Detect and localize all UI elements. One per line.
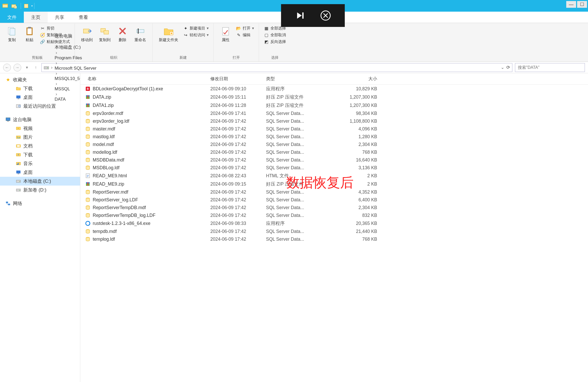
breadcrumb-segment[interactable]: Microsoft SQL Server — [55, 66, 117, 71]
breadcrumb-segment[interactable]: 本地磁盘 (C:) — [55, 44, 117, 50]
rename-button[interactable]: 重命名 — [133, 25, 148, 43]
file-name: ReportServer.mdf — [93, 189, 128, 195]
file-name: READ_ME9.zip — [93, 181, 124, 187]
col-size[interactable]: 大小 — [321, 73, 383, 84]
nav-network[interactable]: 网络 — [0, 199, 80, 208]
breadcrumb-segment[interactable]: 这台电脑 — [55, 33, 117, 39]
nav-item[interactable]: 桌面 — [0, 168, 80, 177]
easy-access-button[interactable]: ↪轻松访问▾ — [183, 32, 209, 38]
nav-item[interactable]: 最近访问的位置 — [0, 102, 80, 111]
nav-item[interactable]: 文档 — [0, 142, 80, 150]
file-size: 1,108,800 KB — [321, 117, 383, 125]
tab-file[interactable]: 文件 — [0, 12, 24, 23]
svg-rect-10 — [27, 28, 32, 34]
back-button[interactable]: ← — [3, 64, 11, 71]
col-name[interactable]: 名称 — [80, 73, 207, 84]
file-row[interactable]: ReportServer_log.LDF2024-06-09 17:42SQL … — [80, 196, 588, 204]
col-type[interactable]: 类型 — [263, 73, 321, 84]
qat-item-icon[interactable] — [23, 2, 30, 10]
tab-share[interactable]: 共享 — [48, 12, 71, 23]
chevron-right-icon[interactable]: › — [55, 61, 58, 65]
file-row[interactable]: modellog.ldf2024-06-09 17:42SQL Server D… — [80, 148, 588, 156]
nav-item[interactable]: 图片 — [0, 133, 80, 142]
file-row[interactable]: ReportServerTempDB.mdf2024-06-09 17:42SQ… — [80, 204, 588, 211]
paste-button[interactable]: 粘贴 — [22, 25, 37, 43]
file-icon — [85, 157, 91, 163]
file-row[interactable]: MSDBLog.ldf2024-06-09 17:42SQL Server Da… — [80, 164, 588, 172]
address-bar[interactable]: › 这台电脑›本地磁盘 (C:)›Program Files›Microsoft… — [41, 63, 512, 72]
file-row[interactable]: erpv3order_log.ldf2024-06-09 17:42SQL Se… — [80, 117, 588, 125]
minimize-button[interactable]: — — [566, 1, 576, 8]
address-dropdown-icon[interactable]: ⌄ — [501, 65, 504, 70]
select-none-button[interactable]: ▢全部取消 — [264, 32, 286, 38]
file-row[interactable]: model.mdf2024-06-09 17:42SQL Server Data… — [80, 141, 588, 148]
maximize-button[interactable]: ☐ — [577, 1, 587, 8]
file-row[interactable]: MSDBData.mdf2024-06-09 17:42SQL Server D… — [80, 156, 588, 164]
file-row[interactable]: READ_ME9.zip2024-06-09 09:15好压 ZIP 压缩文件2… — [80, 180, 588, 188]
tab-home[interactable]: 主页 — [24, 12, 48, 23]
refresh-button[interactable]: ⟳ — [506, 65, 510, 70]
new-item-button[interactable]: ✦新建项目▾ — [183, 26, 209, 31]
file-row[interactable]: ReportServer.mdf2024-06-09 17:42SQL Serv… — [80, 188, 588, 196]
file-size: 768 KB — [321, 236, 383, 243]
svg-point-20 — [47, 67, 48, 68]
qat-new-folder-icon[interactable] — [10, 2, 18, 10]
nav-favorites[interactable]: ★ 收藏夹 — [0, 75, 80, 84]
nav-item[interactable]: 音乐 — [0, 159, 80, 168]
nav-item[interactable]: 视频 — [0, 124, 80, 133]
file-row[interactable]: BBDLockerGogaDecryptTool (1).exe2024-06-… — [80, 85, 588, 93]
file-row[interactable]: ReportServerTempDB_log.LDF2024-06-09 17:… — [80, 211, 588, 219]
nav-item[interactable]: 下载 — [0, 84, 80, 93]
search-input[interactable] — [515, 63, 585, 72]
file-row[interactable]: tempdb.mdf2024-06-09 17:42SQL Server Dat… — [80, 227, 588, 235]
recent-locations-button[interactable]: ▾ — [24, 64, 30, 71]
file-row[interactable]: rustdesk-1.2.3-1-x86_64.exe2024-06-09 08… — [80, 219, 588, 227]
file-icon — [85, 102, 91, 108]
properties-button[interactable]: 属性 — [218, 25, 233, 43]
file-icon — [85, 205, 91, 210]
chevron-right-icon[interactable]: › — [55, 50, 58, 55]
invert-selection-button[interactable]: ◩反向选择 — [264, 39, 286, 44]
copy-button[interactable]: 复制 — [5, 25, 19, 43]
close-overlay-button[interactable] — [320, 10, 332, 21]
file-row[interactable]: DATA.zip2024-06-09 15:11好压 ZIP 压缩文件1,207… — [80, 93, 588, 101]
chevron-right-icon[interactable]: › — [50, 65, 54, 70]
tab-view[interactable]: 查看 — [71, 12, 95, 23]
nav-item[interactable]: 本地磁盘 (C:) — [0, 177, 80, 186]
nav-item[interactable]: 下载 — [0, 150, 80, 159]
svg-rect-46 — [87, 95, 88, 99]
forward-button[interactable]: → — [13, 64, 21, 71]
nav-item[interactable]: 桌面 — [0, 93, 80, 102]
file-row[interactable]: master.mdf2024-06-09 17:42SQL Server Dat… — [80, 125, 588, 133]
file-row[interactable]: READ_ME9.html2024-06-08 22:43HTML 文件2 KB — [80, 172, 588, 180]
file-row[interactable]: DATA1.zip2024-06-09 11:28好压 ZIP 压缩文件1,20… — [80, 101, 588, 109]
play-next-button[interactable] — [294, 10, 306, 21]
file-size: 4,352 KB — [321, 188, 383, 196]
file-row[interactable]: templog.ldf2024-06-09 17:42SQL Server Da… — [80, 235, 588, 243]
nav-pane: ★ 收藏夹 下载桌面最近访问的位置 这台电脑 视频图片文档下载音乐桌面本地磁盘 … — [0, 73, 80, 382]
qat-dropdown-icon[interactable]: ▾ — [31, 4, 33, 7]
edit-button[interactable]: ✎编辑 — [236, 32, 254, 38]
file-row[interactable]: erpv3order.mdf2024-06-09 17:41SQL Server… — [80, 109, 588, 117]
file-type: 应用程序 — [263, 85, 321, 93]
file-type: SQL Server Data... — [263, 228, 321, 235]
file-row[interactable]: mastlog.ldf2024-06-09 17:42SQL Server Da… — [80, 133, 588, 141]
up-button[interactable]: ↑ — [33, 64, 39, 71]
svg-rect-58 — [86, 174, 90, 178]
breadcrumb-segment[interactable]: Program Files — [55, 55, 117, 61]
col-date[interactable]: 修改日期 — [207, 73, 263, 84]
file-icon — [85, 118, 91, 124]
chevron-right-icon[interactable]: › — [55, 39, 58, 44]
nav-this-pc[interactable]: 这台电脑 — [0, 115, 80, 124]
nav-item[interactable]: 新加卷 (D:) — [0, 186, 80, 194]
network-icon — [5, 201, 11, 206]
delete-button[interactable]: 删除 — [115, 25, 130, 43]
new-folder-button[interactable]: 新建文件夹 — [157, 25, 180, 43]
cut-button[interactable]: ✂剪切 — [40, 26, 70, 31]
file-icon — [85, 181, 91, 187]
file-type: SQL Server Data... — [263, 188, 321, 196]
open-button[interactable]: 📂打开▾ — [236, 26, 254, 31]
file-name: erpv3order_log.ldf — [93, 119, 129, 124]
file-name: READ_ME9.html — [93, 173, 127, 179]
shortcut-icon: 🔗 — [40, 39, 45, 44]
